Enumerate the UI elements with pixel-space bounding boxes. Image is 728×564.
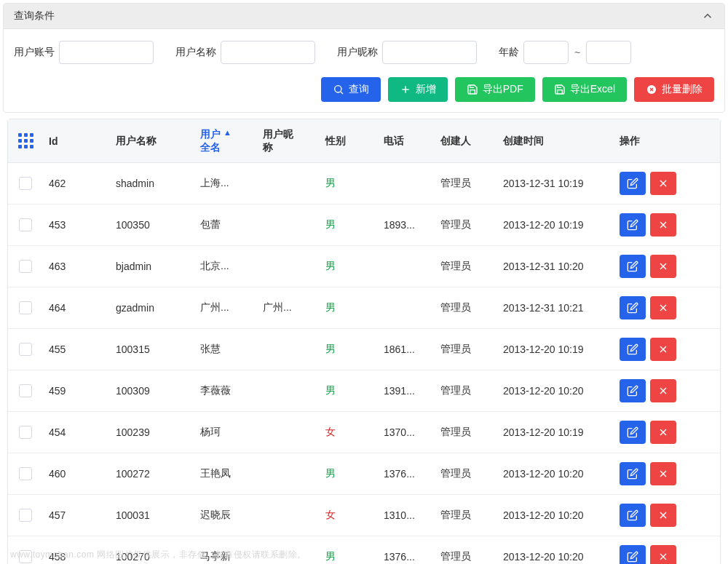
cell-ops <box>614 163 684 204</box>
col-nickname[interactable]: 用户昵称 <box>257 119 320 162</box>
cell-nickname: 广州... <box>257 293 320 323</box>
add-button[interactable]: 新增 <box>388 77 448 102</box>
table-header: Id 用户名称 用户全名 ▲ 用户昵称 性别 电话 创建人 创建时间 操作 <box>8 119 720 163</box>
cell-created: 2013-12-31 10:20 <box>497 252 614 281</box>
delete-button[interactable] <box>650 296 676 319</box>
chevron-up-icon[interactable] <box>701 9 714 23</box>
cell-gender: 男 <box>320 251 378 282</box>
row-checkbox[interactable] <box>19 343 32 356</box>
delete-button[interactable] <box>650 545 676 564</box>
nickname-label: 用户昵称 <box>337 46 378 59</box>
edit-icon <box>627 509 638 521</box>
cell-created: 2013-12-20 10:19 <box>497 335 614 364</box>
cell-gender: 男 <box>320 168 378 199</box>
cell-username: 100315 <box>110 335 194 364</box>
cell-created: 2013-12-20 10:20 <box>497 376 614 405</box>
table-row: 463bjadmin北京...男管理员2013-12-31 10:20 <box>8 246 720 287</box>
edit-button[interactable] <box>620 379 646 402</box>
row-checkbox[interactable] <box>19 177 32 190</box>
bulk-delete-button[interactable]: 批量删除 <box>634 77 714 102</box>
edit-button[interactable] <box>620 255 646 278</box>
edit-icon <box>627 261 638 272</box>
col-created[interactable]: 创建时间 <box>497 126 614 156</box>
close-icon <box>657 385 669 397</box>
col-phone[interactable]: 电话 <box>378 126 435 156</box>
delete-button[interactable] <box>650 379 676 402</box>
age-label: 年龄 <box>499 46 519 59</box>
age-max-input[interactable] <box>586 41 631 64</box>
close-icon <box>657 551 669 563</box>
row-checkbox[interactable] <box>19 260 32 273</box>
cell-phone <box>378 175 435 192</box>
delete-button[interactable] <box>650 213 676 237</box>
save-icon <box>554 84 566 95</box>
cell-nickname <box>257 382 320 400</box>
cell-gender: 男 <box>320 293 378 323</box>
table-row: 457100031迟晓辰女1310...管理员2013-12-20 10:20 <box>8 495 720 536</box>
delete-button[interactable] <box>650 462 676 485</box>
delete-button[interactable] <box>650 172 676 195</box>
cell-phone: 1376... <box>378 459 435 488</box>
query-button[interactable]: 查询 <box>321 77 381 102</box>
data-table: Id 用户名称 用户全名 ▲ 用户昵称 性别 电话 创建人 创建时间 操作 46… <box>7 119 721 564</box>
edit-button[interactable] <box>620 172 646 195</box>
row-checkbox[interactable] <box>19 467 32 480</box>
delete-button[interactable] <box>650 421 676 444</box>
col-creator[interactable]: 创建人 <box>435 126 497 156</box>
row-checkbox[interactable] <box>19 509 32 522</box>
edit-icon <box>627 385 638 397</box>
row-checkbox[interactable] <box>19 218 32 231</box>
cell-id: 462 <box>43 169 110 198</box>
grid-icon <box>18 133 33 148</box>
edit-button[interactable] <box>620 504 646 527</box>
edit-button[interactable] <box>620 421 646 444</box>
row-checkbox[interactable] <box>19 384 32 397</box>
cell-ops <box>614 246 684 287</box>
col-username[interactable]: 用户名称 <box>110 126 194 156</box>
cell-id: 460 <box>43 459 110 488</box>
cell-phone <box>378 258 435 275</box>
svg-line-1 <box>341 92 343 94</box>
cell-fullname: 杨珂 <box>194 417 257 448</box>
row-checkbox[interactable] <box>19 301 32 314</box>
close-icon <box>657 426 669 438</box>
edit-button[interactable] <box>620 545 646 564</box>
cell-id: 459 <box>43 376 110 405</box>
delete-button[interactable] <box>650 338 676 361</box>
close-icon <box>657 261 669 272</box>
name-input[interactable] <box>221 41 315 64</box>
nickname-input[interactable] <box>382 41 477 64</box>
row-checkbox[interactable] <box>19 426 32 439</box>
account-input[interactable] <box>59 41 154 64</box>
export-excel-label: 导出Excel <box>570 83 615 96</box>
col-fullname[interactable]: 用户全名 ▲ <box>194 119 257 162</box>
col-id[interactable]: Id <box>43 127 110 156</box>
edit-button[interactable] <box>620 462 646 485</box>
delete-button[interactable] <box>650 504 676 527</box>
delete-button[interactable] <box>650 255 676 278</box>
cell-username: gzadmin <box>110 293 194 322</box>
filter-panel: 查询条件 用户账号 用户名称 用户昵称 年龄 ~ <box>3 3 725 113</box>
cell-ops <box>614 329 684 370</box>
cell-nickname <box>257 424 320 441</box>
cell-created: 2013-12-20 10:20 <box>497 501 614 530</box>
export-excel-button[interactable]: 导出Excel <box>542 77 627 102</box>
cell-ops <box>614 412 684 453</box>
export-pdf-button[interactable]: 导出PDF <box>455 77 535 102</box>
edit-button[interactable] <box>620 213 646 237</box>
cell-creator: 管理员 <box>435 168 497 199</box>
close-icon <box>657 302 669 314</box>
cell-created: 2013-12-31 10:21 <box>497 293 614 322</box>
edit-icon <box>627 426 638 438</box>
edit-button[interactable] <box>620 338 646 361</box>
cell-gender: 男 <box>320 210 378 240</box>
cell-id: 464 <box>43 293 110 322</box>
age-min-input[interactable] <box>523 41 569 64</box>
edit-button[interactable] <box>620 296 646 319</box>
drag-handle-header[interactable] <box>8 124 43 157</box>
filter-panel-header[interactable]: 查询条件 <box>4 4 724 29</box>
cell-ops <box>614 204 684 245</box>
col-gender[interactable]: 性别 <box>320 126 378 156</box>
bulk-delete-label: 批量删除 <box>662 83 703 96</box>
cell-username: 100239 <box>110 418 194 447</box>
